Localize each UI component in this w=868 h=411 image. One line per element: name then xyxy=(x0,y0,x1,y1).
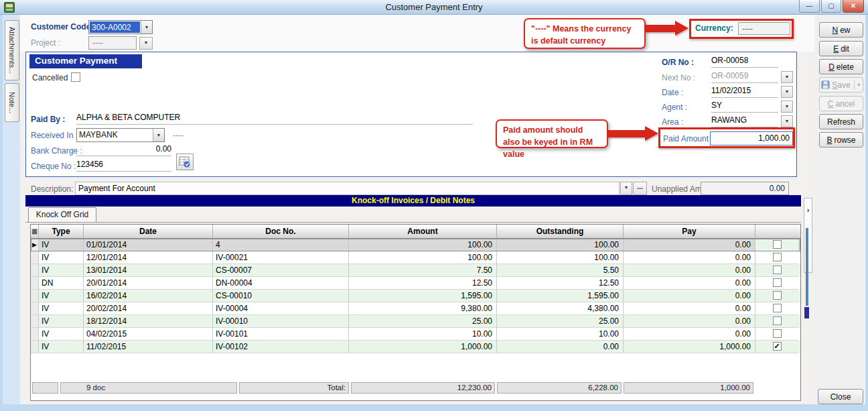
agent-dropdown-icon[interactable]: ▼ xyxy=(781,101,793,113)
cell-type[interactable]: IV xyxy=(39,264,84,277)
cell-pay[interactable]: 0.00 xyxy=(624,315,755,328)
cell-type[interactable]: DN xyxy=(39,277,84,290)
row-checkbox[interactable] xyxy=(773,240,782,249)
description-input[interactable]: Payment For Account xyxy=(75,182,620,195)
cell-doc[interactable]: IV-00010 xyxy=(213,315,349,328)
column-header-outstanding[interactable]: Outstanding xyxy=(497,225,624,239)
delete-button[interactable]: Delete xyxy=(819,59,863,74)
tab-attachments[interactable]: Attachments... xyxy=(5,20,19,80)
cell-outstanding[interactable]: 5.50 xyxy=(497,264,624,277)
cell-amount[interactable]: 7.50 xyxy=(349,264,497,277)
table-row[interactable]: IV16/02/2014CS-000101,595.001,595.000.00 xyxy=(31,290,800,302)
project-dropdown-icon[interactable]: ▼ xyxy=(139,37,153,50)
bank-charge-value[interactable]: 0.00 xyxy=(76,144,171,156)
cell-date[interactable]: 11/02/2015 xyxy=(84,341,213,353)
cell-amount[interactable]: 1,595.00 xyxy=(349,290,497,302)
cell-pay[interactable]: 0.00 xyxy=(624,239,755,251)
cell-amount[interactable]: 1,000.00 xyxy=(349,341,497,353)
table-row[interactable]: IV04/02/2015IV-0010110.0010.000.00 xyxy=(31,328,800,341)
received-in-combo[interactable]: MAYBANK ▼ xyxy=(76,128,165,142)
cell-date[interactable]: 13/01/2014 xyxy=(84,264,213,277)
save-dropdown-icon[interactable]: ▼ xyxy=(857,82,861,87)
new-button[interactable]: New xyxy=(819,22,863,38)
cell-date[interactable]: 20/02/2014 xyxy=(84,302,213,315)
cell-doc[interactable]: IV-00101 xyxy=(213,328,349,341)
cell-outstanding[interactable]: 4,380.00 xyxy=(497,302,624,315)
column-header-doc-no[interactable]: Doc No. xyxy=(213,225,349,239)
table-row[interactable]: IV18/12/2014IV-0001025.0025.000.00 xyxy=(31,315,800,328)
column-header-amount[interactable]: Amount xyxy=(349,225,497,239)
cell-pay[interactable]: 0.00 xyxy=(624,302,755,315)
cell-amount[interactable]: 25.00 xyxy=(349,315,497,328)
cell-type[interactable]: IV xyxy=(39,251,84,264)
table-row[interactable]: DN20/01/2014DN-0000412.5012.500.00 xyxy=(31,277,800,290)
row-checkbox[interactable] xyxy=(773,266,782,274)
cell-amount[interactable]: 100.00 xyxy=(349,251,497,264)
minimize-button[interactable]: — xyxy=(799,0,820,13)
cell-outstanding[interactable]: 100.00 xyxy=(497,251,624,264)
agent-value[interactable]: SY xyxy=(711,101,778,113)
cell-type[interactable]: IV xyxy=(39,302,84,315)
cell-doc[interactable]: DN-00004 xyxy=(213,277,349,290)
cell-type[interactable]: IV xyxy=(39,341,84,353)
edit-button[interactable]: Edit xyxy=(819,41,863,56)
table-row[interactable]: ▶IV01/01/20144100.00100.000.00 xyxy=(31,239,800,251)
cell-amount[interactable]: 10.00 xyxy=(349,328,497,341)
restore-button[interactable]: ▢ xyxy=(821,0,841,13)
cell-doc[interactable]: IV-00004 xyxy=(213,302,349,315)
cell-outstanding[interactable]: 0.00 xyxy=(497,341,624,353)
cell-outstanding[interactable]: 100.00 xyxy=(497,239,624,251)
cell-date[interactable]: 04/02/2015 xyxy=(84,328,213,341)
area-value[interactable]: RAWANG xyxy=(711,115,778,127)
cell-outstanding[interactable]: 12.50 xyxy=(497,277,624,290)
table-row[interactable]: IV20/02/2014IV-000049,380.004,380.000.00 xyxy=(31,302,800,315)
row-checkbox[interactable] xyxy=(773,304,782,312)
row-checkbox[interactable] xyxy=(773,316,782,325)
cell-amount[interactable]: 9,380.00 xyxy=(349,302,497,315)
cell-date[interactable]: 16/02/2014 xyxy=(84,290,213,302)
vertical-scrollbar[interactable] xyxy=(806,228,808,306)
chevron-down-icon[interactable]: ▼ xyxy=(141,21,152,34)
cell-outstanding[interactable]: 1,595.00 xyxy=(497,290,624,302)
next-no-dropdown-icon[interactable]: ▼ xyxy=(781,71,793,83)
scrollbar-thumb[interactable] xyxy=(804,307,809,318)
date-dropdown-icon[interactable]: ▼ xyxy=(781,86,793,98)
tab-knock-off-grid[interactable]: Knock Off Grid xyxy=(28,207,96,223)
cell-date[interactable]: 18/12/2014 xyxy=(84,315,213,328)
chevron-down-icon[interactable]: ▼ xyxy=(153,129,164,141)
cell-type[interactable]: IV xyxy=(39,239,84,251)
cell-pay[interactable]: 0.00 xyxy=(624,251,755,264)
description-dropdown-icon[interactable]: ▼ xyxy=(620,182,632,195)
row-checkbox[interactable] xyxy=(773,329,782,338)
cell-outstanding[interactable]: 25.00 xyxy=(497,315,624,328)
row-checkbox[interactable] xyxy=(773,291,782,300)
column-header-type[interactable]: Type xyxy=(39,225,84,239)
cell-date[interactable]: 01/01/2014 xyxy=(84,239,213,251)
cell-pay[interactable]: 0.00 xyxy=(624,264,755,277)
row-checkbox[interactable] xyxy=(773,278,782,287)
cell-doc[interactable]: IV-00102 xyxy=(213,341,349,353)
cell-pay[interactable]: 0.00 xyxy=(624,290,755,302)
paid-by-value[interactable]: ALPHA & BETA COMPUTER xyxy=(76,113,473,125)
cell-pay[interactable]: 1,000.00 xyxy=(624,341,755,353)
cell-date[interactable]: 20/01/2014 xyxy=(84,277,213,290)
cancelled-checkbox[interactable] xyxy=(71,72,80,82)
cell-date[interactable]: 12/01/2014 xyxy=(84,251,213,264)
column-header-pay[interactable]: Pay xyxy=(624,225,755,239)
row-checkbox[interactable]: ✓ xyxy=(773,342,782,351)
cheque-no-value[interactable]: 123456 xyxy=(76,160,171,172)
cell-doc[interactable]: 4 xyxy=(213,239,349,251)
description-ellipsis-button[interactable]: ... xyxy=(633,182,647,195)
paid-amount-input[interactable]: 1,000.00 xyxy=(710,131,793,145)
close-button[interactable]: Close xyxy=(818,389,863,404)
close-window-button[interactable]: ✕ xyxy=(843,0,864,13)
customer-code-combo[interactable]: 300-A0002 ▼ xyxy=(88,20,153,34)
cancel-button[interactable]: Cancel xyxy=(819,96,863,111)
area-dropdown-icon[interactable]: ▼ xyxy=(781,115,793,127)
cell-doc[interactable]: CS-00010 xyxy=(213,290,349,302)
cell-type[interactable]: IV xyxy=(39,290,84,302)
date-value[interactable]: 11/02/2015 xyxy=(711,86,778,98)
cell-pay[interactable]: 0.00 xyxy=(624,277,755,290)
cell-type[interactable]: IV xyxy=(39,328,84,341)
next-no-value[interactable]: OR-00059 xyxy=(711,71,778,83)
